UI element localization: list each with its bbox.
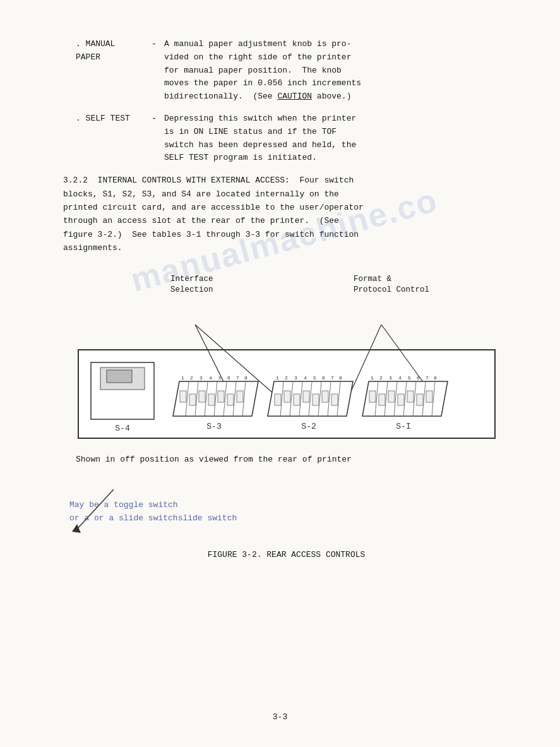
bullet-self-test: . SELF TEST - Depressing this switch whe…	[63, 112, 509, 165]
svg-text:7: 7	[331, 375, 334, 381]
figure-caption: FIGURE 3-2. REAR ACCESS CONTROLS	[63, 550, 509, 559]
svg-rect-27	[208, 394, 215, 405]
svg-text:7: 7	[426, 375, 429, 381]
bullet-self-test-content: Depressing this switch when the printer …	[164, 112, 509, 165]
svg-text:5: 5	[408, 375, 411, 381]
page-number: 3-3	[273, 712, 287, 722]
svg-text:5: 5	[313, 375, 316, 381]
bullet-manual-paper-label: . MANUALPAPER	[63, 38, 152, 104]
svg-rect-50	[294, 394, 300, 405]
svg-text:8: 8	[339, 375, 342, 381]
svg-rect-73	[379, 394, 385, 405]
bullet-manual-paper-content: A manual paper adjustment knob is pro- v…	[164, 38, 509, 104]
svg-rect-28	[218, 391, 224, 402]
svg-text:3: 3	[200, 375, 203, 381]
svg-rect-30	[237, 391, 243, 402]
switches-diagram: S-4 1 2 3 4	[72, 325, 501, 451]
interface-selection-label: InterfaceSelection	[170, 274, 213, 296]
svg-rect-72	[369, 391, 376, 402]
svg-text:5: 5	[218, 375, 222, 381]
s4-label: S-4	[115, 424, 130, 433]
svg-text:1: 1	[371, 375, 374, 381]
svg-text:S-3: S-3	[206, 422, 221, 431]
diagram-area: InterfaceSelection Format &Protocol Cont…	[63, 274, 509, 525]
svg-text:4: 4	[304, 375, 307, 381]
toggle-switch-note-area: May be a toggle switch or a or a slide s…	[63, 499, 509, 525]
bullet-dash-2: -	[152, 112, 164, 165]
svg-text:8: 8	[434, 375, 437, 381]
svg-text:4: 4	[209, 375, 212, 381]
svg-rect-7	[107, 370, 132, 383]
bullet-self-test-label: . SELF TEST	[63, 112, 152, 165]
svg-rect-78	[426, 391, 432, 402]
svg-rect-77	[417, 394, 423, 405]
svg-rect-29	[227, 394, 234, 405]
svg-line-80	[76, 489, 114, 530]
svg-text:2: 2	[190, 375, 193, 381]
svg-text:6: 6	[417, 375, 420, 381]
svg-rect-76	[407, 391, 414, 402]
svg-text:S-I: S-I	[396, 422, 410, 431]
svg-text:1: 1	[276, 375, 279, 381]
section-322-text: 3.2.2 INTERNAL CONTROLS WITH EXTERNAL AC…	[63, 174, 509, 255]
svg-text:6: 6	[227, 375, 230, 381]
svg-text:2: 2	[379, 375, 383, 381]
svg-rect-75	[398, 394, 404, 405]
svg-text:3: 3	[294, 375, 297, 381]
bullet-dash-1: -	[152, 38, 164, 104]
svg-text:1: 1	[181, 375, 184, 381]
svg-marker-81	[72, 524, 81, 533]
caution-link: CAUTION	[277, 92, 312, 101]
svg-rect-48	[275, 394, 281, 405]
svg-text:S-2: S-2	[301, 422, 316, 431]
svg-text:6: 6	[322, 375, 325, 381]
svg-rect-54	[331, 394, 338, 405]
svg-text:2: 2	[285, 375, 288, 381]
svg-rect-49	[284, 391, 290, 402]
svg-rect-25	[189, 394, 196, 405]
svg-rect-24	[180, 391, 186, 402]
format-protocol-label: Format &Protocol Control	[354, 274, 429, 296]
svg-rect-52	[313, 394, 319, 405]
svg-text:8: 8	[244, 375, 247, 381]
svg-text:7: 7	[236, 375, 239, 381]
svg-text:3: 3	[389, 375, 392, 381]
toggle-arrow	[63, 486, 139, 537]
svg-rect-51	[303, 391, 309, 402]
svg-rect-26	[199, 391, 205, 402]
svg-rect-74	[388, 391, 395, 402]
page: manualmachine.co . MANUALPAPER - A manua…	[0, 0, 560, 747]
bullet-manual-paper: . MANUALPAPER - A manual paper adjustmen…	[63, 38, 509, 104]
svg-rect-53	[322, 391, 328, 402]
svg-text:4: 4	[398, 375, 402, 381]
diagram-svg-container: S-4 1 2 3 4	[63, 325, 509, 451]
diagram-caption: Shown in off position as viewed from the…	[76, 455, 509, 464]
